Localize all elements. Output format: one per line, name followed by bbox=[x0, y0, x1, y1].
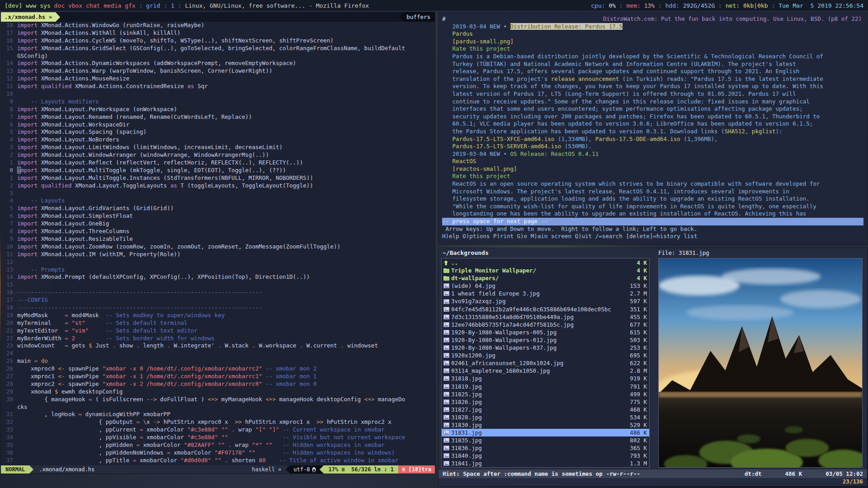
file-row[interactable]: 31827.jpg468 K bbox=[442, 406, 649, 413]
file-row[interactable]: 1920-By-1080-Wallpapers-037.jpg253 K bbox=[442, 344, 649, 352]
code-line[interactable]: 9import XMonad.Layout.ResizableTile bbox=[1, 235, 435, 243]
file-row[interactable]: (wide) 64.jpg153 K bbox=[442, 282, 649, 290]
workspaces-empty[interactable]: doc vbox chat media gfx bbox=[51, 2, 136, 9]
code-line[interactable]: 1import XMonad.Layout.Reflect (reflectVe… bbox=[1, 159, 435, 167]
file-row[interactable]: 02461_africansunset_1280x1024.jpg622 K bbox=[442, 359, 649, 367]
code-line[interactable]: 2import qualified XMonad.Layout.ToggleLa… bbox=[1, 182, 435, 190]
code-line[interactable]: 32 { ppOutput = \x -> hPutStrLn xmproc0 … bbox=[1, 418, 435, 426]
file-row[interactable]: 7d3c13155880e514a8d6d70510be449a.jpg455 … bbox=[442, 313, 649, 321]
link[interactable]: ReactOS bbox=[442, 158, 476, 164]
code-line[interactable]: 12 bbox=[1, 258, 435, 266]
code-line[interactable]: 18import XMonad.Actions.WindowGo (runOrR… bbox=[1, 22, 435, 29]
link[interactable]: Pardus-17.5-DDE-amd64.iso bbox=[595, 136, 680, 142]
code-line[interactable]: 1import XMonad.Layout.MultiToggle.Instan… bbox=[1, 174, 435, 182]
code-line[interactable]: 20myTerminal = "st" -- Sets default term… bbox=[1, 319, 435, 327]
code-line[interactable]: 2import XMonad.Layout.WindowArranger (wi… bbox=[1, 151, 435, 159]
link[interactable]: Rate this project bbox=[442, 173, 510, 179]
file-row[interactable]: 31819.jpg791 K bbox=[442, 383, 649, 390]
link[interactable]: pkglist bbox=[752, 128, 776, 135]
code-line[interactable]: 14import XMonad.Actions.DynamicWorkspace… bbox=[1, 60, 435, 67]
code-line[interactable]: 33 , ppCurrent = xmobarColor "#c3e88d" "… bbox=[1, 426, 435, 434]
layout-indicator[interactable]: grid bbox=[146, 2, 160, 9]
file-row[interactable]: 3vo91g7azxqz.jpg597 K bbox=[442, 297, 649, 305]
dir-row[interactable]: Triple Monitor Wallpaper/4 K bbox=[442, 267, 649, 274]
selected-link[interactable]: Distribution Release: Pardus 17.5 bbox=[510, 23, 623, 30]
code-line[interactable]: 3 bbox=[1, 190, 435, 197]
lynx-browser-window[interactable]: # DistroWatch.com: Put the fun back into… bbox=[439, 12, 867, 244]
file-row[interactable]: 31841.jpg1.3 M bbox=[442, 460, 649, 467]
code-line[interactable]: 27 xmproc1 <- spawnPipe "xmobar -x 1 /ho… bbox=[1, 373, 435, 380]
code-line[interactable]: 25main = do bbox=[1, 357, 435, 365]
buffers-tab[interactable]: buffers bbox=[404, 12, 435, 22]
code-line[interactable]: 6import XMonad.Layout.WorkspaceDir bbox=[1, 121, 435, 129]
code-line[interactable]: 17---CONFIG bbox=[1, 296, 435, 304]
code-line[interactable]: 29 xmonad $ ewmh desktopConfig bbox=[1, 388, 435, 396]
code-line[interactable]: 12import XMonad.Actions.MouseResize bbox=[1, 75, 435, 83]
file-row[interactable]: 31830.jpg529 K bbox=[442, 421, 649, 429]
code-line[interactable]: 26 xmproc0 <- spawnPipe "xmobar -x 0 /ho… bbox=[1, 365, 435, 373]
file-row[interactable]: 31826.jpg775 K bbox=[442, 398, 649, 406]
file-row[interactable]: 31828.jpg534 K bbox=[442, 413, 649, 421]
code-line[interactable]: 31 , logHook = dynamicLogWithPP xmobarPP bbox=[1, 411, 435, 418]
code-line[interactable]: 5import XMonad.Layout.GridVariants (Grid… bbox=[1, 205, 435, 212]
link[interactable]: Pardus bbox=[442, 30, 473, 37]
code-line[interactable]: 10import XMonad.Layout.ZoomRow (zoomRow,… bbox=[1, 243, 435, 251]
code-line[interactable]: 5import XMonad.Layout.Spacing (spacing) bbox=[1, 128, 435, 136]
dir-row[interactable]: dt-wallpapers/4 K bbox=[442, 274, 649, 282]
code-line[interactable]: 7import XMonad.Layout.Renamed (renamed, … bbox=[1, 113, 435, 121]
link[interactable]: Pardus-17.5-LTS-XFCE-amd64.iso bbox=[442, 136, 554, 142]
link[interactable]: release announcement bbox=[551, 75, 619, 82]
file-row[interactable]: 04fc7e45d58112b2a9fe446c8c635886b694e108… bbox=[442, 305, 649, 313]
file-row[interactable]: 1920x1200.jpg695 K bbox=[442, 352, 649, 359]
file-row[interactable]: 1920-By-1080-Wallpapers-005.jpg615 K bbox=[442, 328, 649, 336]
vim-editor-window[interactable]: .x/xmonad.hs » buffers 18import XMonad.A… bbox=[1, 12, 435, 474]
code-line[interactable]: 18--------------------------------------… bbox=[1, 304, 435, 312]
file-list[interactable]: ..4 KTriple Monitor Wallpaper/4 Kdt-wall… bbox=[441, 258, 650, 468]
file-row[interactable]: 31835.jpg802 K bbox=[442, 436, 649, 444]
code-line[interactable]: 3import XMonad.Layout.LimitWindows (limi… bbox=[1, 144, 435, 151]
code-line[interactable]: cks bbox=[1, 404, 435, 411]
code-line[interactable]: 17import XMonad.Actions.WithAll (sinkAll… bbox=[1, 29, 435, 37]
code-line[interactable]: 8import XMonad.Layout.ThreeColumns bbox=[1, 228, 435, 235]
code-line[interactable]: 34 , ppVisible = xmobarColor "#c3e88d" "… bbox=[1, 434, 435, 441]
file-row[interactable]: 31818.jpg919 K bbox=[442, 375, 649, 382]
code-line[interactable]: 16--------------------------------------… bbox=[1, 289, 435, 296]
file-row[interactable]: 31825.jpg499 K bbox=[442, 390, 649, 398]
file-row[interactable]: 03114_mapletree_1680x1050.jpg2.8 M bbox=[442, 367, 649, 375]
link[interactable]: [pardus-small.png] bbox=[442, 38, 514, 45]
vim-code-area[interactable]: 18import XMonad.Actions.WindowGo (runOrR… bbox=[1, 22, 435, 465]
code-line[interactable]: 28 xmproc2 <- spawnPipe "xmobar -x 2 /ho… bbox=[1, 380, 435, 388]
code-line[interactable]: 37 , ppTitle = xmobarColor "#d0d0d0" "" … bbox=[1, 457, 435, 465]
code-line[interactable]: 36 , ppHiddenNoWindows = xmobarColor "#F… bbox=[1, 449, 435, 457]
link[interactable]: Pardus-17.5-LTS-SERVER-amd64.iso bbox=[442, 143, 561, 150]
code-line[interactable]: 0import XMonad.Layout.MultiToggle (mkTog… bbox=[1, 167, 435, 174]
file-row[interactable]: 12ee746bb85735f1a7a4cd4d7f581b5c.jpg677 … bbox=[442, 321, 649, 328]
code-line[interactable]: 15 bbox=[1, 281, 435, 289]
code-line[interactable]: 23windowCount = gets $ Just . show . len… bbox=[1, 342, 435, 350]
code-line[interactable]: 7import XMonad.Layout.OneBig bbox=[1, 220, 435, 228]
code-line[interactable]: 19myModMask = mod4Mask -- Sets modkey to… bbox=[1, 312, 435, 319]
code-line[interactable]: 13import XMonad.Actions.Warp (warpToWind… bbox=[1, 67, 435, 75]
file-row[interactable]: 1920-By-1080-Wallpapers-012.jpg503 K bbox=[442, 336, 649, 344]
code-line[interactable]: 24 bbox=[1, 350, 435, 357]
link[interactable]: OS Release: ReactOS 0.4.11 bbox=[510, 150, 599, 157]
code-line[interactable]: 15import XMonad.Actions.GridSelect (GSCo… bbox=[1, 45, 435, 52]
code-line[interactable]: GSConfig) bbox=[1, 52, 435, 60]
code-line[interactable]: 11import qualified XMonad.Actions.Constr… bbox=[1, 83, 435, 90]
code-line[interactable]: 11import XMonad.Layout.IM (withIM, Prope… bbox=[1, 251, 435, 258]
code-line[interactable]: 10 bbox=[1, 90, 435, 98]
file-row[interactable]: 31840.jpg793 K bbox=[442, 452, 649, 460]
code-line[interactable]: 9 -- Layouts modifiers bbox=[1, 98, 435, 106]
link[interactable]: Rate this project bbox=[442, 45, 510, 52]
file-row[interactable]: 1 wheat field Europe 3.jpg2.7 M bbox=[442, 290, 649, 297]
code-line[interactable]: 21myTextEditor = "vim" -- Sets default t… bbox=[1, 327, 435, 335]
file-row[interactable]: 31831.jpg486 K bbox=[442, 429, 649, 436]
code-line[interactable]: 14import XMonad.Prompt (defaultXPConfig,… bbox=[1, 273, 435, 281]
code-line[interactable]: 13 -- Prompts bbox=[1, 266, 435, 274]
code-line[interactable]: 4import XMonad.Layout.NoBorders bbox=[1, 136, 435, 144]
link[interactable]: SHA512 bbox=[725, 128, 745, 135]
code-line[interactable]: 30 { manageHook = ( isFullscreen --> doF… bbox=[1, 396, 435, 404]
code-line[interactable]: 8import XMonad.Layout.PerWorkspace (onWo… bbox=[1, 106, 435, 113]
vim-tab-xmonad-hs[interactable]: .x/xmonad.hs » bbox=[1, 12, 56, 22]
code-line[interactable]: 6import XMonad.Layout.SimplestFloat bbox=[1, 212, 435, 220]
